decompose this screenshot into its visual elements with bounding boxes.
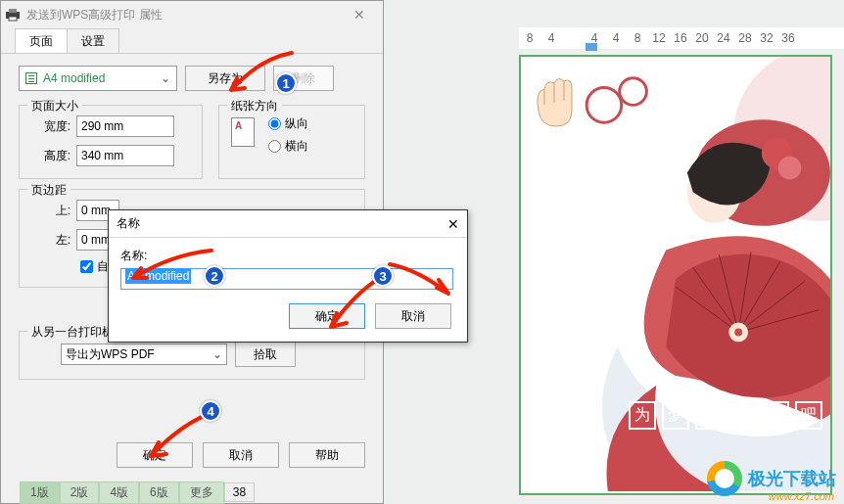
name-input[interactable]: A4 modified — [120, 268, 453, 290]
cover-title: 试 宝典 — [624, 155, 647, 296]
orientation-preview-icon — [231, 117, 255, 147]
landscape-radio[interactable]: 横向 — [268, 138, 308, 155]
svg-point-14 — [734, 328, 742, 336]
save-as-button[interactable]: 另存为 — [185, 66, 265, 91]
layout-option[interactable]: 2版 — [60, 481, 100, 504]
orientation-label: 纸张方向 — [227, 98, 282, 115]
fetch-button[interactable]: 拾取 — [235, 342, 296, 367]
layout-option[interactable]: 更多 — [179, 481, 224, 504]
dialog-title: 发送到WPS高级打印 属性 — [26, 7, 340, 23]
width-label: 宽度: — [31, 118, 70, 135]
printer-icon — [5, 8, 21, 22]
watermark-brand: 极光下载站 — [748, 467, 836, 490]
annotation-badge-2: 2 — [204, 265, 225, 287]
close-icon[interactable]: ✕ — [447, 216, 459, 232]
margins-label: 页边距 — [27, 182, 70, 199]
name-field-label: 名称: — [120, 248, 455, 264]
margin-left-label: 左: — [31, 232, 70, 249]
annotation-badge-4: 4 — [200, 400, 221, 422]
name-dialog-title: 名称 — [117, 215, 140, 232]
annotation-badge-3: 3 — [372, 265, 394, 287]
page-size-group: 页面大小 宽度: 高度: — [19, 105, 203, 179]
chevron-down-icon: ⌄ — [212, 347, 222, 361]
orientation-group: 纸张方向 纵向 横向 — [218, 105, 365, 179]
name-dialog: 名称 ✕ 名称: A4 modified 确定 取消 — [108, 209, 468, 343]
preset-value: A4 modified — [43, 71, 105, 85]
fetch-printer-select[interactable]: 导出为WPS PDF ⌄ — [61, 344, 227, 365]
page-icon — [25, 72, 37, 84]
name-ok-button[interactable]: 确定 — [289, 303, 365, 329]
watermark-logo-icon — [707, 461, 742, 496]
layout-option[interactable]: 6版 — [139, 481, 179, 504]
name-cancel-button[interactable]: 取消 — [375, 303, 451, 329]
portrait-radio[interactable]: 纵向 — [268, 115, 308, 132]
horizontal-ruler: 8 4 4 4 8 12 16 20 24 28 32 36 — [519, 27, 844, 49]
height-input[interactable] — [76, 145, 174, 166]
preset-dropdown[interactable]: A4 modified ⌄ — [19, 66, 177, 91]
layout-option[interactable]: 4版 — [99, 481, 139, 504]
gesture-hand-icon — [529, 57, 617, 130]
page-canvas[interactable]: 试 宝典 为 梦 想 奋 斗 吧 — [519, 55, 832, 495]
ruler-marker[interactable] — [586, 43, 597, 51]
page-indicator: 38 — [224, 482, 255, 502]
name-dialog-titlebar: 名称 ✕ — [109, 210, 467, 238]
margin-top-label: 上: — [31, 203, 70, 219]
width-input[interactable] — [76, 115, 174, 137]
cover-motto: 为 梦 想 奋 斗 吧 — [629, 401, 822, 430]
tab-settings[interactable]: 设置 — [67, 28, 119, 53]
close-icon[interactable]: ✕ — [340, 7, 379, 23]
chevron-down-icon: ⌄ — [161, 71, 170, 85]
tab-strip: 页面 设置 — [1, 28, 383, 54]
svg-rect-2 — [9, 17, 17, 21]
watermark-url: www.xz7.com — [769, 490, 834, 502]
layout-strip: 1版 2版 4版 6版 更多 38 — [20, 481, 255, 504]
svg-point-17 — [778, 157, 802, 180]
tab-page[interactable]: 页面 — [15, 28, 68, 53]
cancel-button[interactable]: 取消 — [203, 442, 279, 468]
height-label: 高度: — [31, 148, 70, 164]
help-button[interactable]: 帮助 — [289, 442, 365, 468]
layout-option[interactable]: 1版 — [20, 481, 60, 504]
titlebar: 发送到WPS高级打印 属性 ✕ — [1, 1, 383, 28]
annotation-badge-1: 1 — [275, 72, 297, 94]
svg-rect-1 — [9, 9, 17, 13]
page-size-label: 页面大小 — [27, 98, 82, 115]
ok-button[interactable]: 确定 — [117, 442, 193, 468]
